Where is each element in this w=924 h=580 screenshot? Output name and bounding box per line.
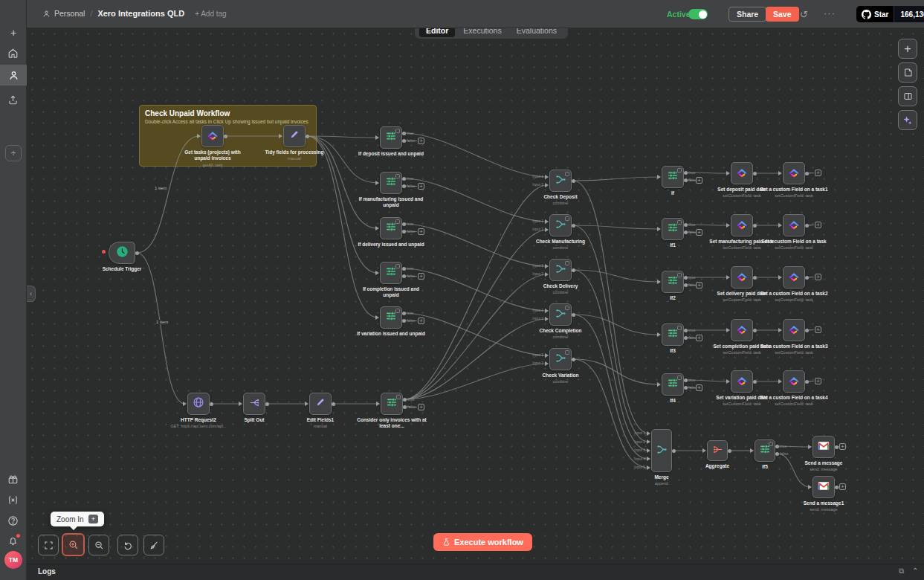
node-merge[interactable] [651,429,672,472]
breadcrumb-project[interactable]: Personal [54,9,85,18]
node-check_variation[interactable] [549,348,572,370]
output-port[interactable] [265,402,269,406]
output-port[interactable] [306,135,309,138]
node-if2[interactable] [662,271,684,293]
workflow-title[interactable]: Xero Integrations QLD [97,9,184,18]
node-clickup_get[interactable] [201,125,224,147]
output-port[interactable] [753,172,757,175]
output-port[interactable] [572,179,575,183]
output-port[interactable] [835,486,839,489]
node-gmail2[interactable] [812,476,835,498]
output-port[interactable] [835,445,839,449]
node-set4[interactable] [731,370,753,393]
output-port[interactable] [402,177,406,181]
output-port[interactable] [684,178,688,182]
output-port[interactable] [402,230,406,233]
github-star-widget[interactable]: Star 166,136 [856,6,924,22]
home-icon[interactable] [7,48,19,59]
add-node-endpoint[interactable]: + [418,228,424,235]
variables-icon[interactable] [7,494,19,506]
add-node-endpoint[interactable]: + [815,222,821,228]
output-port[interactable] [684,171,688,175]
node-if5[interactable] [755,439,775,462]
add-node-endpoint[interactable]: + [839,483,846,490]
output-port[interactable] [572,358,575,361]
output-port[interactable] [684,223,688,227]
collapse-panel-handle[interactable]: ‹ [27,286,36,302]
node-if0[interactable] [662,166,684,188]
add-project-button[interactable]: + [5,145,22,161]
node-schedule[interactable] [109,242,135,264]
output-port[interactable] [805,172,809,175]
add-node-endpoint[interactable]: + [815,378,821,384]
output-port[interactable] [403,405,407,409]
ai-assistant-button[interactable] [898,110,917,130]
add-node-button[interactable]: + [898,39,917,59]
add-node-endpoint[interactable]: + [815,326,821,333]
output-port[interactable] [775,445,779,448]
add-node-endpoint[interactable]: + [418,183,424,190]
whats-new-icon[interactable] [7,474,19,485]
output-port[interactable] [402,319,406,323]
output-port[interactable] [684,231,688,234]
execute-workflow-button[interactable]: Execute workflow [433,533,532,551]
output-port[interactable] [672,449,676,453]
output-port[interactable] [753,276,757,280]
node-set1[interactable] [731,214,753,236]
add-workflow-button[interactable]: + [4,24,22,42]
output-port[interactable] [572,268,575,272]
add-sticky-button[interactable] [898,62,917,83]
output-port[interactable] [775,452,779,456]
output-port[interactable] [135,251,139,255]
output-port[interactable] [684,283,688,287]
sidebar-item-personal[interactable] [0,65,27,86]
node-if_delivery[interactable] [380,217,402,239]
output-port[interactable] [402,132,406,135]
add-node-endpoint[interactable]: + [696,384,702,391]
output-port[interactable] [572,313,575,317]
node-if4[interactable] [662,373,684,396]
output-port[interactable] [728,449,731,453]
node-custom2[interactable] [783,266,805,289]
output-port[interactable] [805,224,809,228]
output-port[interactable] [684,329,688,332]
share-button[interactable]: Share [728,7,766,22]
add-tag-button[interactable]: + Add tag [195,10,227,18]
node-check_delivery[interactable] [549,259,572,281]
user-avatar[interactable]: TM [4,551,22,569]
output-port[interactable] [805,329,809,332]
node-splitout[interactable] [243,393,265,415]
node-if_deposit[interactable] [380,126,402,149]
node-aggregate[interactable] [707,440,728,461]
add-node-endpoint[interactable]: + [696,229,702,236]
output-port[interactable] [224,135,227,138]
output-port[interactable] [684,386,688,390]
output-port[interactable] [402,267,406,271]
add-node-endpoint[interactable]: + [696,177,702,184]
add-node-endpoint[interactable]: + [696,282,702,289]
node-tidy[interactable] [283,125,306,147]
fit-view-button[interactable] [38,535,59,555]
notifications-bell-icon[interactable] [7,535,19,547]
history-icon[interactable]: ↺ [800,9,808,20]
output-port[interactable] [753,380,757,384]
node-if_completion[interactable] [380,262,402,284]
tidy-up-button[interactable] [143,535,164,555]
help-icon[interactable] [7,515,19,526]
output-port[interactable] [805,276,809,280]
add-node-endpoint[interactable]: + [696,335,702,341]
node-check_deposit[interactable] [549,170,572,192]
node-editfields1[interactable] [309,393,332,415]
output-port[interactable] [684,336,688,340]
output-port[interactable] [753,329,757,332]
logs-popout-icon[interactable]: ⧉ [899,567,904,576]
add-node-endpoint[interactable]: + [815,170,821,176]
logs-expand-icon[interactable]: ⌃ [912,567,918,575]
output-port[interactable] [684,276,688,280]
output-port[interactable] [402,312,406,315]
node-if3[interactable] [662,323,684,346]
node-check_completion[interactable] [549,303,572,326]
logs-bar[interactable] [27,564,924,580]
node-if_variation[interactable] [380,306,402,329]
add-node-endpoint[interactable]: + [418,318,424,324]
